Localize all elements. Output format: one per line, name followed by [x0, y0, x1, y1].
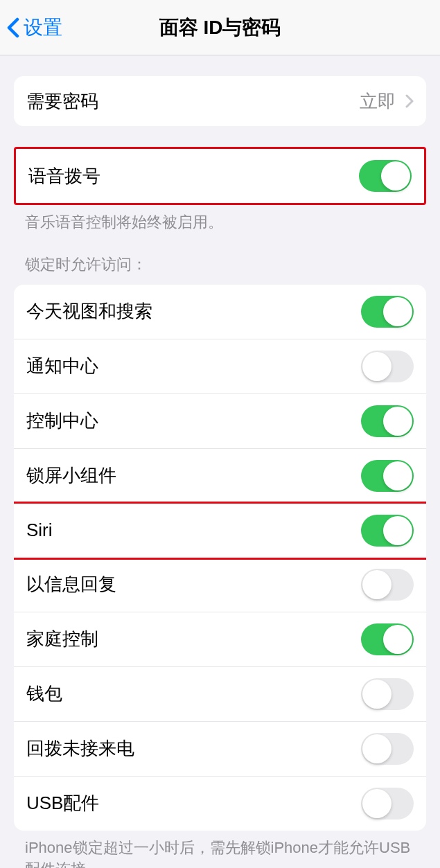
page-title: 面容 ID与密码 [159, 15, 281, 41]
lock-access-toggle[interactable] [361, 623, 414, 655]
chevron-right-icon [405, 94, 414, 108]
lock-access-label: 控制中心 [26, 409, 98, 433]
voice-dial-row: 语音拨号 [16, 149, 424, 203]
require-passcode-row[interactable]: 需要密码 立即 [14, 76, 426, 126]
lock-access-row: 控制中心 [14, 394, 426, 449]
require-passcode-value: 立即 [360, 89, 396, 114]
require-passcode-value-wrap: 立即 [360, 89, 414, 114]
toggle-knob [362, 734, 391, 763]
require-passcode-group: 需要密码 立即 [14, 76, 426, 126]
lock-access-row: 钱包 [14, 667, 426, 722]
navigation-bar: 设置 面容 ID与密码 [0, 0, 440, 55]
toggle-knob [383, 407, 412, 436]
lock-access-toggle[interactable] [361, 460, 414, 492]
toggle-knob [383, 297, 412, 326]
lock-access-label: 家庭控制 [26, 627, 98, 651]
lock-access-label: USB配件 [26, 791, 99, 815]
lock-access-row: 通知中心 [14, 339, 426, 394]
back-button[interactable]: 设置 [0, 15, 62, 41]
lock-access-toggle[interactable] [361, 351, 414, 382]
lock-access-toggle[interactable] [361, 788, 414, 820]
chevron-left-icon [7, 17, 19, 38]
toggle-knob [362, 570, 391, 599]
lock-access-label: 回拨未接来电 [26, 736, 134, 761]
lock-access-toggle[interactable] [361, 515, 414, 547]
toggle-knob [362, 680, 391, 709]
lock-access-label: 今天视图和搜索 [26, 299, 152, 324]
voice-dial-toggle[interactable] [359, 160, 412, 192]
toggle-knob [383, 625, 412, 654]
lock-access-row: 今天视图和搜索 [14, 285, 426, 339]
voice-dial-group: 语音拨号 [14, 147, 426, 205]
lock-access-row: 以信息回复 [14, 558, 426, 612]
lock-access-label: 通知中心 [26, 354, 98, 378]
toggle-knob [381, 161, 410, 191]
lock-access-label: 钱包 [26, 682, 62, 706]
lock-access-label: Siri [26, 520, 53, 541]
lock-access-row: 家庭控制 [14, 612, 426, 667]
voice-dial-label: 语音拨号 [28, 164, 100, 188]
lock-access-toggle[interactable] [361, 296, 414, 328]
lock-access-label: 以信息回复 [26, 572, 116, 596]
lock-access-row: 回拨未接来电 [14, 722, 426, 777]
lock-access-toggle[interactable] [361, 733, 414, 765]
lock-access-label: 锁屏小组件 [26, 463, 116, 488]
voice-dial-footer: 音乐语音控制将始终被启用。 [0, 205, 440, 233]
lock-access-toggle[interactable] [361, 405, 414, 437]
lock-access-row: Siri [14, 502, 426, 560]
require-passcode-label: 需要密码 [26, 89, 98, 114]
toggle-knob [383, 516, 412, 545]
back-label: 设置 [24, 15, 62, 41]
lock-access-toggle[interactable] [361, 569, 414, 601]
lock-access-toggle[interactable] [361, 678, 414, 710]
lock-access-header: 锁定时允许访问： [0, 254, 440, 281]
toggle-knob [383, 461, 412, 490]
lock-access-group: 今天视图和搜索通知中心控制中心锁屏小组件Siri以信息回复家庭控制钱包回拨未接来… [14, 285, 426, 831]
toggle-knob [362, 789, 391, 818]
lock-access-row: 锁屏小组件 [14, 449, 426, 504]
lock-access-footer: iPhone锁定超过一小时后，需先解锁iPhone才能允许USB配件连接。 [0, 831, 440, 868]
toggle-knob [362, 352, 391, 381]
lock-access-row: USB配件 [14, 777, 426, 831]
